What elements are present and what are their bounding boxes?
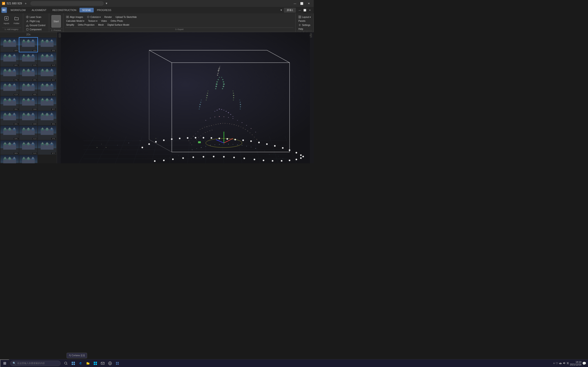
simplify-label: Simplify xyxy=(66,24,74,26)
folder-button[interactable]: Folder xyxy=(12,15,21,25)
tab-progress[interactable]: PROGRESS xyxy=(94,8,114,12)
dropdown-screen-button[interactable]: ▼ xyxy=(280,9,283,11)
component-button[interactable]: Component xyxy=(25,27,47,31)
colorize-label: Colorize ▾ xyxy=(90,16,101,18)
ortho-projection-button[interactable]: Ortho Projection xyxy=(77,23,95,27)
svg-point-132 xyxy=(250,133,250,133)
settings-button[interactable]: Settings xyxy=(297,23,312,27)
video-button[interactable]: Video xyxy=(100,19,108,23)
svg-rect-88 xyxy=(198,141,201,143)
simplify-button[interactable]: Simplify xyxy=(65,23,75,27)
thumbnail-item[interactable]: 3006 xyxy=(19,111,38,125)
close-secondary-button[interactable]: ✕ xyxy=(307,8,312,12)
svg-rect-11 xyxy=(299,16,300,18)
svg-point-78 xyxy=(243,158,245,159)
svg-point-181 xyxy=(228,112,229,113)
thumbnail-item[interactable]: 3217 xyxy=(38,67,56,81)
toolbar: Inputs Folder 1. Add imagery Laser Scan … xyxy=(0,13,314,32)
thumbnail-item[interactable]: 3021 xyxy=(0,52,19,67)
svg-point-90 xyxy=(192,150,192,150)
thumbnail-item[interactable]: 3501 xyxy=(38,111,56,125)
thumbnail-item[interactable]: 3401 xyxy=(0,111,19,125)
svg-point-81 xyxy=(213,156,215,157)
start-button[interactable]: Start xyxy=(52,15,61,27)
thumbnail-item[interactable]: 3101 DSC_0152.JPG 1936x1... Features: 94… xyxy=(19,140,38,155)
panels-button[interactable]: Panels xyxy=(297,19,312,23)
colorize-button[interactable]: Colorize ▾ xyxy=(86,15,102,19)
minimize-button[interactable]: — xyxy=(292,1,298,6)
svg-point-219 xyxy=(219,68,219,68)
signal-icon: 📶 xyxy=(2,2,5,5)
mesh-button[interactable]: Mesh xyxy=(97,23,104,27)
render-button[interactable]: Render xyxy=(103,15,113,19)
inputs-button[interactable]: Inputs xyxy=(2,15,11,25)
svg-rect-8 xyxy=(66,16,67,18)
thumbnail-item[interactable]: 4351 xyxy=(19,82,38,96)
thumbnail-item[interactable]: 2001 xyxy=(19,67,38,81)
digital-surface-model-button[interactable]: Digital Surface Model xyxy=(107,23,130,27)
laser-scan-button[interactable]: Laser Scan xyxy=(25,15,47,19)
svg-point-74 xyxy=(281,160,283,162)
ortho-photo-button[interactable]: Ortho Photo xyxy=(110,19,124,23)
svg-point-119 xyxy=(220,123,221,124)
thumbnail-item[interactable]: 3123 xyxy=(38,52,56,67)
ground-control-button[interactable]: Ground Control xyxy=(25,23,47,27)
thumbnail-item[interactable]: 3151 xyxy=(19,52,38,67)
svg-point-146 xyxy=(223,83,225,85)
thumbnail-item[interactable]: 3654 xyxy=(0,140,19,155)
thumbnail-item[interactable]: 3112 xyxy=(19,155,38,163)
viewport-3d[interactable]: 2Ds 3D xyxy=(57,32,314,163)
tab-alignment[interactable]: ALIGNMENT xyxy=(29,8,49,12)
svg-point-218 xyxy=(219,67,220,67)
video-label: Video xyxy=(101,20,107,22)
maximize-secondary-button[interactable]: ⬜ xyxy=(302,8,307,12)
thumbnail-item[interactable]: 3271 xyxy=(38,140,56,155)
help-button[interactable]: Help xyxy=(297,27,312,31)
thumbnail-item[interactable]: 3501 xyxy=(0,96,19,110)
component-icon xyxy=(26,28,29,31)
thumbnail-item[interactable]: 4129 xyxy=(0,82,19,96)
thumbnail-item[interactable]: 3122 xyxy=(19,126,38,140)
minimize-secondary-button[interactable]: — xyxy=(297,8,302,12)
thumbnail-item[interactable]: 3220 xyxy=(38,82,56,96)
thumbnail-badge: 3552 xyxy=(51,50,56,51)
tab-scene[interactable]: SCENE xyxy=(79,8,94,12)
thumbnail-item[interactable]: 3701 xyxy=(38,126,56,140)
svg-point-175 xyxy=(215,111,215,112)
svg-point-143 xyxy=(221,77,222,78)
thumbnail-item[interactable]: 3781 xyxy=(0,67,19,81)
calculate-model-button[interactable]: Calculate Model ▾ xyxy=(65,19,85,23)
inputs-label: Inputs xyxy=(4,22,9,25)
layout-button[interactable]: Layout ▾ xyxy=(297,15,312,19)
close-button[interactable]: ✕ xyxy=(305,1,312,6)
thumbnail-badge: 2001 xyxy=(33,79,37,81)
flight-log-button[interactable]: Flight Log xyxy=(25,19,47,23)
thumbnail-item[interactable]: 3656 xyxy=(0,38,19,52)
thumbnail-item[interactable]: 3401 xyxy=(0,155,19,163)
thumbnail-badge: 3701 xyxy=(51,138,56,140)
tab-reconstruction[interactable]: RECONSTRUCTION xyxy=(50,8,79,12)
svg-point-105 xyxy=(189,140,189,141)
thumbnail-item[interactable]: 3654 xyxy=(19,38,38,52)
svg-point-157 xyxy=(199,104,201,105)
new-tab-button[interactable]: + xyxy=(23,1,28,6)
svg-point-97 xyxy=(224,144,224,144)
svg-point-86 xyxy=(163,160,165,161)
svg-point-176 xyxy=(216,110,217,110)
thumbnail-item[interactable]: 3261 xyxy=(0,126,19,140)
upload-sketchfab-button[interactable]: Upload To Sketchfab xyxy=(115,15,138,19)
texture-button[interactable]: Texture ▾ xyxy=(87,19,98,23)
thumbnail-item[interactable]: 3671 xyxy=(38,96,56,110)
texture-label: Texture ▾ xyxy=(88,20,97,22)
dropdown-button[interactable]: ▼ xyxy=(105,2,108,5)
svg-point-72 xyxy=(296,159,297,160)
svg-point-178 xyxy=(221,109,222,110)
layout-icon xyxy=(298,16,301,18)
thumbnail-item[interactable]: 3552 xyxy=(38,38,56,52)
maximize-button[interactable]: ⬜ xyxy=(299,1,305,6)
tab-workflow[interactable]: WORKFLOW xyxy=(8,8,28,12)
align-images-button[interactable]: Align Images xyxy=(65,15,84,19)
thumbnail-item[interactable]: 3306 xyxy=(19,96,38,110)
svg-point-186 xyxy=(174,154,174,155)
svg-point-55 xyxy=(195,137,196,139)
